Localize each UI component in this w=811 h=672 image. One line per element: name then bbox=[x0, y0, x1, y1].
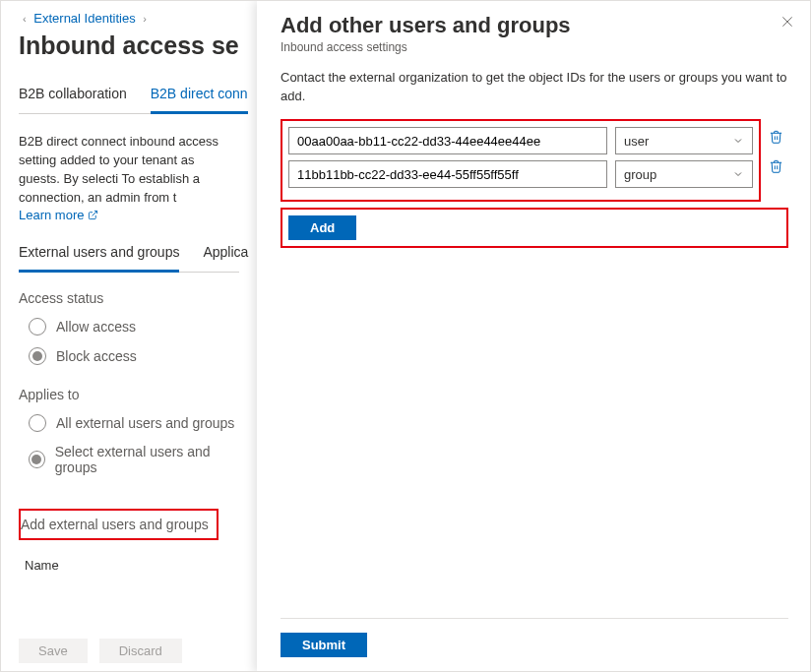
flyout-title: Add other users and groups bbox=[281, 13, 788, 38]
breadcrumb-parent[interactable]: External Identities bbox=[33, 11, 135, 26]
add-button[interactable]: Add bbox=[288, 215, 356, 240]
object-id-input[interactable] bbox=[288, 160, 607, 188]
delete-row-icon[interactable] bbox=[769, 129, 788, 145]
add-users-flyout: Add other users and groups Inbound acces… bbox=[257, 1, 811, 672]
subtab-external-users-groups[interactable]: External users and groups bbox=[19, 244, 179, 273]
object-id-input[interactable] bbox=[288, 127, 607, 154]
tab-b2b-collaboration[interactable]: B2B collaboration bbox=[19, 80, 127, 113]
radio-select-external-label: Select external users and groups bbox=[55, 444, 239, 475]
radio-all-external[interactable] bbox=[29, 414, 46, 432]
subtab-applications[interactable]: Applica bbox=[203, 244, 248, 272]
user-group-row: user bbox=[288, 127, 753, 154]
learn-more-label: Learn more bbox=[19, 208, 84, 222]
type-select[interactable]: user bbox=[615, 127, 753, 154]
chevron-down-icon bbox=[732, 135, 744, 147]
table-header-name: Name bbox=[19, 558, 239, 573]
delete-row-icon[interactable] bbox=[769, 158, 788, 174]
radio-block-access-label: Block access bbox=[56, 348, 137, 364]
user-group-row: group bbox=[288, 160, 753, 188]
chevron-left-icon: ‹ bbox=[19, 13, 31, 25]
external-link-icon bbox=[88, 210, 98, 220]
radio-all-external-label: All external users and groups bbox=[56, 415, 234, 431]
flyout-description: Contact the external organization to get… bbox=[281, 68, 788, 105]
chevron-right-icon: › bbox=[139, 13, 151, 25]
add-external-users-link[interactable]: Add external users and groups bbox=[21, 515, 209, 534]
type-select-value: user bbox=[624, 134, 649, 149]
save-button[interactable]: Save bbox=[19, 639, 88, 663]
tab-b2b-direct-connect[interactable]: B2B direct conn bbox=[151, 80, 248, 114]
applies-to-label: Applies to bbox=[19, 387, 239, 402]
radio-allow-access[interactable] bbox=[29, 318, 46, 336]
type-select[interactable]: group bbox=[615, 160, 753, 188]
flyout-subtitle: Inbound access settings bbox=[281, 40, 788, 54]
inbound-description: B2B direct connect inbound access settin… bbox=[19, 132, 239, 207]
radio-allow-access-label: Allow access bbox=[56, 319, 136, 335]
svg-line-0 bbox=[93, 211, 97, 215]
chevron-down-icon bbox=[732, 168, 744, 180]
radio-block-access[interactable] bbox=[29, 347, 46, 365]
access-status-label: Access status bbox=[19, 290, 239, 306]
radio-select-external[interactable] bbox=[29, 451, 45, 468]
breadcrumb: ‹ External Identities › bbox=[19, 11, 239, 26]
submit-button[interactable]: Submit bbox=[281, 633, 367, 657]
type-select-value: group bbox=[624, 167, 656, 182]
page-title: Inbound access setting bbox=[19, 31, 239, 60]
close-icon[interactable] bbox=[780, 15, 794, 29]
learn-more-link[interactable]: Learn more bbox=[19, 208, 98, 222]
discard-button[interactable]: Discard bbox=[99, 639, 182, 663]
